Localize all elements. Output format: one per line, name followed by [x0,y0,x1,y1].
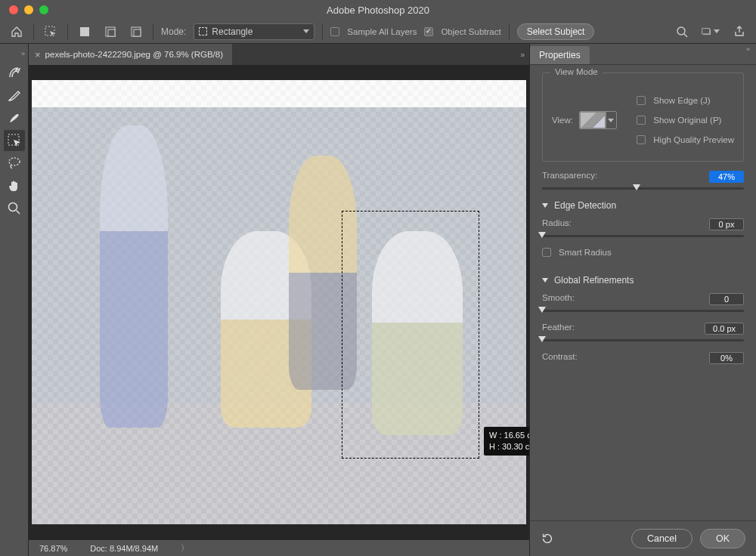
lasso-tool[interactable] [4,153,25,174]
svg-rect-2 [106,27,115,36]
hq-preview-checkbox[interactable]: High Quality Preview [637,135,734,144]
svg-point-9 [9,99,11,100]
svg-rect-1 [80,27,89,36]
app-title: Adobe Photoshop 2020 [0,5,756,16]
minimize-window-button[interactable] [24,5,33,14]
brush-tool[interactable] [4,107,25,128]
slider-knob[interactable] [538,232,546,238]
screen-mode-icon[interactable] [702,23,720,41]
hand-tool[interactable] [4,175,25,196]
panel-collapse-icon[interactable]: » [746,45,750,53]
zoom-tool[interactable] [4,198,25,219]
status-bar: 76.87% Doc: 8.94M/8.94M 〉 [29,539,529,556]
feather-value[interactable]: 0.0 px [705,323,744,335]
svg-line-13 [16,211,20,215]
smooth-slider[interactable]: Smooth:0 [542,293,744,312]
status-flyout-icon[interactable]: 〉 [181,542,189,554]
view-thumbnail-select[interactable] [579,111,617,129]
cancel-button[interactable]: Cancel [631,529,692,548]
zoom-status[interactable]: 76.87% [39,544,67,553]
reset-button[interactable] [541,532,624,545]
document-tab[interactable]: × pexels-photo-2422290.jpeg @ 76.9% (RGB… [29,44,232,65]
search-icon[interactable] [673,23,691,41]
slider-knob[interactable] [633,184,640,190]
global-refinements-header[interactable]: Global Refinements [542,275,744,286]
document-tabs: × pexels-photo-2422290.jpeg @ 76.9% (RGB… [29,44,529,65]
canvas[interactable]: W : 16.65 cm H : 30.30 cm [32,80,526,524]
object-select-tool[interactable] [4,130,25,151]
document-area: × pexels-photo-2422290.jpeg @ 76.9% (RGB… [29,44,529,556]
show-original-checkbox[interactable]: Show Original (P) [637,116,734,125]
chevron-down-icon [608,119,614,122]
subtract-selection-icon[interactable] [127,23,145,41]
contrast-slider[interactable]: Contrast:0% [542,352,744,364]
radius-value[interactable]: 0 px [709,218,744,230]
feather-label: Feather: [542,323,575,335]
panel-header: Properties [530,44,756,65]
quick-select-tool[interactable] [4,62,25,83]
home-button[interactable] [8,23,26,41]
contrast-value[interactable]: 0% [709,352,744,364]
radius-slider[interactable]: Radius:0 px [542,218,744,237]
canvas-area[interactable]: W : 16.65 cm H : 30.30 cm [29,65,529,539]
refine-brush-tool[interactable] [4,85,25,106]
properties-panel: » Properties View Mode View: Show Edge (… [529,44,756,556]
object-subtract-checkbox[interactable]: Object Subtract [424,27,500,36]
tab-overflow-icon[interactable]: » [520,51,525,59]
select-subject-button[interactable]: Select Subject [517,23,595,40]
view-mode-group: View Mode View: Show Edge (J) Show Origi… [542,73,744,162]
transparency-label: Transparency: [542,171,597,183]
panel-footer: Cancel OK [530,520,756,556]
svg-line-7 [684,34,687,37]
properties-tab[interactable]: Properties [530,46,590,64]
slider-knob[interactable] [538,307,546,313]
radius-label: Radius: [542,218,572,230]
sample-all-layers-checkbox: Sample All Layers [330,27,417,36]
svg-point-11 [9,158,20,165]
options-bar: Mode: Rectangle Sample All Layers Object… [0,20,756,44]
chevron-down-icon [542,278,548,283]
chevron-down-icon [542,203,548,208]
view-mode-title: View Mode [550,67,603,76]
transparency-slider[interactable]: Transparency:47% [542,171,744,190]
document-tab-title: pexels-photo-2422290.jpeg @ 76.9% (RGB/8… [45,50,223,59]
zoom-window-button[interactable] [39,5,48,14]
svg-rect-8 [702,28,710,33]
share-icon[interactable] [730,23,748,41]
doc-size-status[interactable]: Doc: 8.94M/8.94M [90,544,158,553]
selection-size-tooltip: W : 16.65 cm H : 30.30 cm [484,427,529,456]
smooth-value[interactable]: 0 [709,293,744,305]
window-titlebar: Adobe Photoshop 2020 [0,0,756,20]
svg-point-12 [8,203,17,212]
contrast-label: Contrast: [542,352,578,364]
view-thumbnail [580,112,606,128]
chevron-down-icon [303,29,309,33]
new-selection-icon[interactable] [76,23,94,41]
close-window-button[interactable] [9,5,18,14]
svg-rect-5 [134,29,141,36]
edge-detection-header[interactable]: Edge Detection [542,200,744,211]
mode-select[interactable]: Rectangle [194,23,314,40]
window-controls [0,5,48,14]
show-edge-checkbox: Show Edge (J) [637,96,734,105]
collapse-toolbar-icon[interactable]: » [21,50,28,57]
add-selection-icon[interactable] [101,23,119,41]
smooth-label: Smooth: [542,293,575,305]
transparency-value[interactable]: 47% [709,171,744,183]
feather-slider[interactable]: Feather:0.0 px [542,323,744,341]
selection-marquee[interactable] [342,211,479,459]
mode-label: Mode: [161,26,186,37]
svg-point-6 [677,27,685,35]
toolbar: » [0,44,29,556]
slider-knob[interactable] [538,336,546,342]
close-tab-icon[interactable]: × [35,49,41,60]
object-select-tool-icon[interactable] [42,23,60,41]
view-label: View: [552,116,573,125]
smart-radius-checkbox[interactable]: Smart Radius [542,248,744,257]
ok-button[interactable]: OK [700,529,745,548]
mode-value: Rectangle [212,26,253,37]
